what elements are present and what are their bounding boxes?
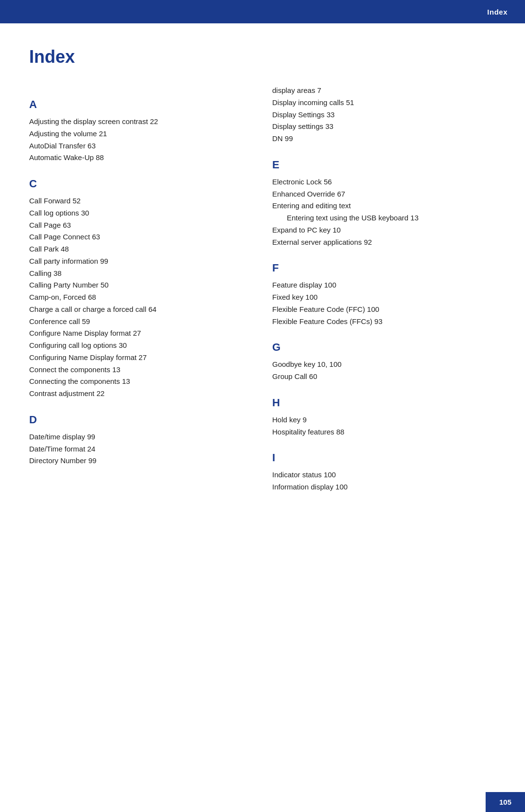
index-entry: Hospitality features 88 (272, 426, 496, 438)
index-entry: Entering and editing text (272, 200, 496, 212)
index-entry: Call party information 99 (29, 255, 253, 268)
index-entry: Display incoming calls 51 (272, 97, 496, 109)
index-entry: Call Park 48 (29, 243, 253, 255)
index-entry: Entering text using the USB keyboard 13 (272, 212, 496, 224)
index-entry: Charge a call or charge a forced call 64 (29, 304, 253, 316)
section-letter: A (29, 98, 253, 111)
index-entry: Adjusting the display screen contrast 22 (29, 116, 253, 128)
index-entry: Conference call 59 (29, 316, 253, 328)
index-entry: Connect the components 13 (29, 364, 253, 376)
index-entry: Configuring Name Display format 27 (29, 352, 253, 364)
index-entry: Contrast adjustment 22 (29, 388, 253, 400)
index-entry: External server applications 92 (272, 236, 496, 249)
footer-bar: 105 (486, 792, 525, 812)
index-entry: Information display 100 (272, 481, 496, 493)
index-entry: Camp-on, Forced 68 (29, 291, 253, 304)
index-entry: display areas 7 (272, 85, 496, 97)
index-entry: Flexible Feature Code (FFC) 100 (272, 304, 496, 316)
index-entry: Call log options 30 (29, 207, 253, 219)
index-entry: Fixed key 100 (272, 291, 496, 304)
section-letter: D (29, 414, 253, 426)
index-entry: Adjusting the volume 21 (29, 128, 253, 140)
index-entry: DN 99 (272, 133, 496, 145)
section-letter: E (272, 159, 496, 171)
section-letter: C (29, 178, 253, 190)
section-letter: F (272, 262, 496, 274)
left-column: AAdjusting the display screen contrast 2… (29, 85, 253, 493)
index-entry: Hold key 9 (272, 414, 496, 426)
index-entry: Enhanced Override 67 (272, 188, 496, 200)
index-entry: Calling Party Number 50 (29, 279, 253, 291)
index-entry: Call Forward 52 (29, 195, 253, 207)
index-entry: Group Call 60 (272, 371, 496, 383)
index-entry: Automatic Wake-Up 88 (29, 152, 253, 164)
index-entry: Goodbye key 10, 100 (272, 359, 496, 371)
index-entry: Calling 38 (29, 268, 253, 280)
index-entry: Configuring call log options 30 (29, 340, 253, 352)
page-number: 105 (499, 798, 511, 806)
index-entry: Indicator status 100 (272, 469, 496, 481)
index-entry: Configure Name Display format 27 (29, 327, 253, 340)
index-entry: Electronic Lock 56 (272, 176, 496, 188)
index-entry: Flexible Feature Codes (FFCs) 93 (272, 316, 496, 328)
section-letter: G (272, 341, 496, 354)
index-entry: Date/time display 99 (29, 431, 253, 443)
index-entry: Date/Time format 24 (29, 443, 253, 455)
index-entry: Call Page 63 (29, 219, 253, 232)
section-letter: I (272, 451, 496, 464)
header-label: Index (487, 8, 508, 16)
index-entry: Display Settings 33 (272, 109, 496, 121)
index-entry: Feature display 100 (272, 279, 496, 291)
index-entry: Call Page Connect 63 (29, 231, 253, 243)
index-entry: Display settings 33 (272, 121, 496, 133)
index-entry: Expand to PC key 10 (272, 224, 496, 236)
index-entry: AutoDial Transfer 63 (29, 140, 253, 152)
page-title: Index (29, 47, 496, 67)
index-entry: Directory Number 99 (29, 455, 253, 467)
right-column: display areas 7Display incoming calls 51… (272, 85, 496, 493)
section-letter: H (272, 397, 496, 409)
index-entry: Connecting the components 13 (29, 376, 253, 388)
header-bar: Index (0, 0, 525, 23)
